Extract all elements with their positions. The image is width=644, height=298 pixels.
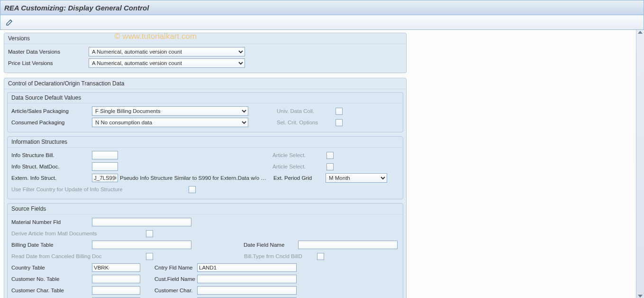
- label-extern-info-struct: Extern. Info Struct.: [10, 175, 92, 181]
- label-customer-char-table: Customer Char. Table: [10, 288, 92, 293]
- group-control: Control of Declaration/Origin Transactio…: [4, 78, 407, 298]
- checkbox-article-select-2[interactable]: [327, 163, 334, 170]
- label-info-struct-matdoc: Info Struct. MatDoc.: [10, 164, 92, 169]
- input-info-struct-bill[interactable]: [92, 151, 118, 159]
- label-material-number-fld: Material Number Fld: [10, 219, 92, 225]
- label-price-list-versions: Price List Versions: [7, 60, 89, 66]
- select-consumed-packaging[interactable]: N No consumption data: [92, 118, 248, 127]
- label-filter-country: Use Filter Country for Update of Info St…: [10, 186, 187, 192]
- select-price-list-versions[interactable]: A Numerical, automatic version count: [89, 58, 245, 68]
- input-customer-char-table[interactable]: [92, 286, 140, 295]
- subgroup-title-info: Information Structures: [8, 137, 403, 148]
- input-country-table[interactable]: [92, 263, 140, 272]
- label-read-date-canceled: Read Date from Canceled Billing Doc: [10, 253, 144, 259]
- input-country-fld[interactable]: [197, 263, 297, 272]
- input-date-field-name[interactable]: [298, 241, 398, 249]
- subgroup-title-dsdv: Data Source Default Values: [8, 93, 403, 103]
- desc-extern-info-struct: Pseudo Info Structure Similar to S990 fo…: [118, 175, 273, 181]
- label-article-select-1: Article Select.: [272, 152, 325, 158]
- label-info-struct-bill: Info Structure Bill.: [10, 152, 92, 158]
- label-country-table: Country Table: [10, 265, 92, 270]
- label-sel-crit-options: Sel. Crit. Options: [277, 120, 334, 125]
- subgroup-dsdv: Data Source Default Values Article/Sales…: [7, 92, 403, 132]
- scroll-up-icon[interactable]: [638, 31, 643, 34]
- input-extern-info-struct[interactable]: [92, 174, 118, 182]
- page-title-text: REA Customizing: Display General Control: [4, 4, 149, 12]
- subgroup-title-source: Source Fields: [8, 204, 403, 214]
- subgroup-info: Information Structures Info Structure Bi…: [7, 136, 403, 199]
- input-material-number-fld[interactable]: [92, 218, 191, 226]
- checkbox-billtype-cncld[interactable]: [317, 253, 324, 260]
- label-ext-period-grid: Ext. Period Grid: [273, 175, 326, 181]
- input-cust-field-name[interactable]: [197, 275, 297, 283]
- label-date-field-name: Date Field Name: [244, 242, 298, 248]
- scroll-down-icon[interactable]: [638, 295, 643, 298]
- input-customer-no-table[interactable]: [92, 275, 140, 283]
- label-article-select-2: Article Select.: [272, 164, 325, 169]
- checkbox-univ-data-coll[interactable]: [336, 108, 343, 115]
- edit-icon[interactable]: [4, 17, 15, 28]
- select-ext-period-grid[interactable]: M Month: [326, 173, 387, 183]
- subgroup-source: Source Fields Material Number Fld Derive…: [7, 203, 403, 298]
- label-article-sales-packaging: Article/Sales Packaging: [10, 108, 92, 114]
- input-billing-date-table[interactable]: [92, 241, 191, 249]
- content-area: Versions Master Data Versions A Numerica…: [0, 30, 636, 298]
- group-versions: Versions Master Data Versions A Numerica…: [4, 33, 407, 73]
- checkbox-sel-crit-options[interactable]: [336, 119, 343, 126]
- group-title-versions: Versions: [4, 33, 406, 44]
- label-cust-field-name: Cust.Field Name: [154, 276, 197, 282]
- checkbox-read-date-canceled[interactable]: [146, 253, 153, 260]
- checkbox-filter-country[interactable]: [189, 186, 196, 193]
- checkbox-derive-article[interactable]: [146, 230, 153, 237]
- label-customer-char: Customer Char.: [154, 288, 197, 293]
- label-billtype-cncld: Bill.Type frm Cncld BillD: [244, 253, 315, 259]
- label-master-data-versions: Master Data Versions: [7, 49, 89, 55]
- group-title-control: Control of Declaration/Origin Transactio…: [4, 78, 406, 89]
- label-billing-date-table: Billing Date Table: [10, 242, 92, 248]
- select-article-sales-packaging[interactable]: F Single Billing Documents: [92, 106, 248, 116]
- page-title: REA Customizing: Display General Control: [0, 0, 644, 15]
- label-customer-no-table: Customer No. Table: [10, 276, 92, 282]
- label-derive-article: Derive Article from Matl Documents: [10, 231, 144, 236]
- label-univ-data-coll: Univ. Data Coll.: [277, 108, 334, 114]
- label-consumed-packaging: Consumed Packaging: [10, 120, 92, 125]
- input-customer-char[interactable]: [197, 286, 297, 295]
- vertical-scrollbar[interactable]: [636, 30, 644, 298]
- label-country-fld: Cntry Fld Name: [154, 265, 197, 270]
- input-info-struct-matdoc[interactable]: [92, 162, 118, 171]
- toolbar: © www.tutorialkart.com: [0, 15, 644, 30]
- checkbox-article-select-1[interactable]: [327, 152, 334, 159]
- select-master-data-versions[interactable]: A Numerical, automatic version count: [89, 47, 245, 56]
